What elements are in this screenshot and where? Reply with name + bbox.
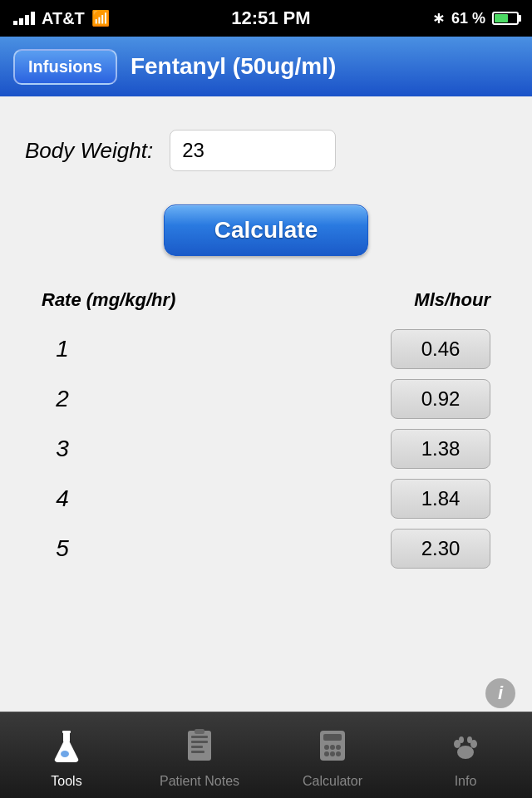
notes-icon xyxy=(185,729,214,769)
info-icon: i xyxy=(498,682,503,704)
wifi-icon: 📶 xyxy=(91,9,110,27)
infusions-back-button[interactable]: Infusions xyxy=(13,49,117,85)
calculate-button[interactable]: Calculate xyxy=(164,204,369,256)
nav-header: Infusions Fentanyl (50ug/ml) xyxy=(0,37,532,96)
tab-info-label: Info xyxy=(455,774,477,789)
svg-point-11 xyxy=(324,745,329,750)
calculator-icon xyxy=(318,729,347,769)
main-content: Body Weight: Calculate Rate (mg/kg/hr) M… xyxy=(0,96,532,712)
battery-icon xyxy=(492,12,519,25)
body-weight-label: Body Weight: xyxy=(25,138,153,164)
svg-rect-7 xyxy=(191,751,204,753)
tab-patient-notes-label: Patient Notes xyxy=(160,774,239,789)
body-weight-row: Body Weight: xyxy=(25,130,507,171)
mls-column-header: Mls/hour xyxy=(414,289,490,311)
rate-value: 5 xyxy=(42,535,83,562)
svg-rect-8 xyxy=(195,729,204,734)
body-weight-input[interactable] xyxy=(170,130,336,171)
svg-rect-6 xyxy=(191,746,203,748)
table-row: 41.84 xyxy=(25,474,507,524)
battery-pct-label: 61 % xyxy=(451,10,485,27)
svg-rect-5 xyxy=(191,741,208,743)
svg-rect-10 xyxy=(323,734,342,741)
rate-value: 1 xyxy=(42,336,83,362)
table-row: 52.30 xyxy=(25,524,507,574)
svg-point-20 xyxy=(459,736,464,743)
tab-bar: Tools Patient Notes xyxy=(0,712,532,798)
mls-value: 2.30 xyxy=(391,529,490,569)
table-row: 20.92 xyxy=(25,374,507,424)
carrier-label: AT&T xyxy=(42,9,85,28)
page-title: Fentanyl (50ug/ml) xyxy=(131,53,336,80)
tab-info[interactable]: Info xyxy=(399,712,532,798)
bluetooth-icon: ∗ xyxy=(432,9,445,27)
rate-value: 4 xyxy=(42,485,83,512)
rate-value: 3 xyxy=(42,436,83,462)
status-right: ∗ 61 % xyxy=(432,9,519,27)
status-left: AT&T 📶 xyxy=(13,9,110,28)
results-table: Rate (mg/kg/hr) Mls/hour 10.4620.9231.38… xyxy=(25,289,507,574)
svg-point-14 xyxy=(324,751,329,756)
status-bar: AT&T 📶 12:51 PM ∗ 61 % xyxy=(0,0,532,37)
tab-tools[interactable]: Tools xyxy=(0,712,133,798)
tab-tools-label: Tools xyxy=(51,774,81,789)
rate-value: 2 xyxy=(42,386,83,412)
info-button[interactable]: i xyxy=(485,678,515,708)
svg-point-1 xyxy=(61,751,69,757)
svg-point-15 xyxy=(330,751,335,756)
table-row: 31.38 xyxy=(25,424,507,474)
paw-icon xyxy=(451,729,480,769)
tab-patient-notes[interactable]: Patient Notes xyxy=(133,712,266,798)
mls-value: 1.84 xyxy=(391,479,490,519)
results-header: Rate (mg/kg/hr) Mls/hour xyxy=(25,289,507,311)
results-rows: 10.4620.9231.3841.8452.30 xyxy=(25,324,507,574)
calculate-btn-container: Calculate xyxy=(25,204,507,256)
svg-point-17 xyxy=(457,746,474,759)
signal-bars-icon xyxy=(13,12,35,25)
svg-point-13 xyxy=(336,745,341,750)
svg-point-21 xyxy=(467,736,472,743)
svg-rect-2 xyxy=(62,731,71,733)
svg-rect-4 xyxy=(191,736,208,738)
time-label: 12:51 PM xyxy=(231,7,310,29)
flask-icon xyxy=(52,729,81,769)
tab-calculator[interactable]: Calculator xyxy=(266,712,399,798)
tab-calculator-label: Calculator xyxy=(303,774,362,789)
rate-column-header: Rate (mg/kg/hr) xyxy=(42,289,175,311)
mls-value: 0.92 xyxy=(391,379,490,419)
mls-value: 1.38 xyxy=(391,429,490,469)
mls-value: 0.46 xyxy=(391,329,490,369)
svg-point-16 xyxy=(336,751,341,756)
svg-point-12 xyxy=(330,745,335,750)
table-row: 10.46 xyxy=(25,324,507,374)
